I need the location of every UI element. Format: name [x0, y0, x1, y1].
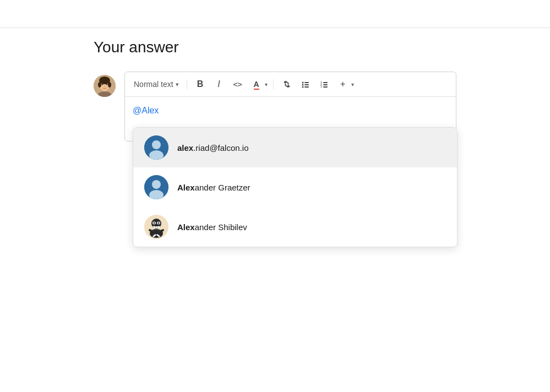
text-color-icon: A [249, 77, 264, 92]
editor-box: Normal text ▾ B I <> [124, 72, 456, 141]
toolbar: Normal text ▾ B I <> [125, 72, 456, 97]
svg-rect-21 [323, 86, 328, 88]
toolbar-separator-2 [273, 79, 274, 89]
more-icon: + [335, 77, 351, 92]
user-name-rest-1: .riad@falcon.io [193, 143, 248, 153]
user-name-3: Alexander Shibilev [177, 222, 247, 232]
more-chevron: ▾ [351, 81, 354, 88]
svg-point-23 [152, 140, 161, 149]
ordered-list-button[interactable]: 1 2 3 [317, 77, 332, 92]
italic-button[interactable]: I [211, 77, 227, 92]
autocomplete-item-1[interactable]: alex.riad@falcon.io [133, 128, 457, 167]
text-style-chevron: ▾ [176, 81, 179, 88]
link-icon [282, 80, 291, 89]
user-avatar-2 [144, 175, 168, 199]
text-style-label: Normal text [134, 80, 173, 89]
svg-rect-13 [304, 82, 309, 83]
link-button[interactable] [279, 77, 295, 92]
page-container: Your answer [0, 0, 550, 392]
person-icon-2 [144, 175, 168, 199]
page-title: Your answer [94, 39, 456, 56]
code-button[interactable]: <> [230, 77, 246, 92]
user-name-highlight-3: Alex [177, 222, 195, 232]
text-style-selector[interactable]: Normal text ▾ [132, 79, 181, 90]
svg-point-33 [154, 222, 155, 224]
autocomplete-item-2[interactable]: Alexander Graetzer [133, 167, 457, 207]
autocomplete-dropdown: alex.riad@falcon.io [133, 127, 458, 247]
svg-rect-19 [323, 82, 328, 83]
svg-point-4 [108, 82, 111, 88]
svg-rect-14 [304, 84, 309, 85]
user-name-2: Alexander Graetzer [177, 183, 251, 192]
user-name-rest-3: ander Shibilev [195, 222, 247, 232]
user-name-highlight-1: alex [177, 143, 193, 153]
toolbar-separator-1 [187, 79, 187, 89]
more-button[interactable]: + ▾ [335, 77, 354, 92]
svg-point-6 [106, 84, 108, 85]
user-name-rest-2: ander Graetzer [195, 183, 251, 192]
svg-point-7 [104, 86, 105, 87]
svg-rect-35 [154, 226, 155, 228]
autocomplete-item-3[interactable]: Alexander Shibilev [133, 207, 457, 247]
svg-rect-36 [156, 226, 157, 228]
bullet-list-icon [301, 80, 310, 89]
ordered-list-icon: 1 2 3 [320, 80, 329, 89]
user-name-highlight-2: Alex [177, 183, 195, 192]
svg-point-11 [302, 84, 303, 86]
svg-point-34 [158, 222, 160, 224]
bullet-list-button[interactable] [298, 77, 313, 92]
svg-rect-15 [304, 86, 309, 88]
user-avatar-1 [144, 135, 168, 160]
top-separator [0, 28, 550, 28]
person-icon-1 [144, 135, 168, 160]
svg-text:3: 3 [320, 85, 322, 88]
svg-rect-20 [323, 84, 328, 85]
svg-point-12 [302, 86, 303, 88]
user-name-1: alex.riad@falcon.io [177, 143, 248, 153]
avatar-image [94, 75, 116, 97]
avatar [94, 75, 116, 97]
shibilev-avatar [144, 215, 168, 239]
svg-point-5 [102, 84, 104, 85]
svg-point-26 [152, 180, 161, 189]
mention-text: @Alex [133, 106, 159, 115]
text-color-button[interactable]: A ▾ [249, 77, 268, 92]
main-content: Your answer [0, 0, 550, 141]
svg-rect-37 [158, 226, 160, 228]
editor-row: Normal text ▾ B I <> [94, 72, 456, 141]
svg-point-10 [302, 82, 303, 84]
bold-button[interactable]: B [193, 77, 208, 92]
user-avatar-3 [144, 215, 168, 239]
svg-point-3 [98, 82, 101, 88]
text-color-chevron: ▾ [265, 81, 268, 88]
